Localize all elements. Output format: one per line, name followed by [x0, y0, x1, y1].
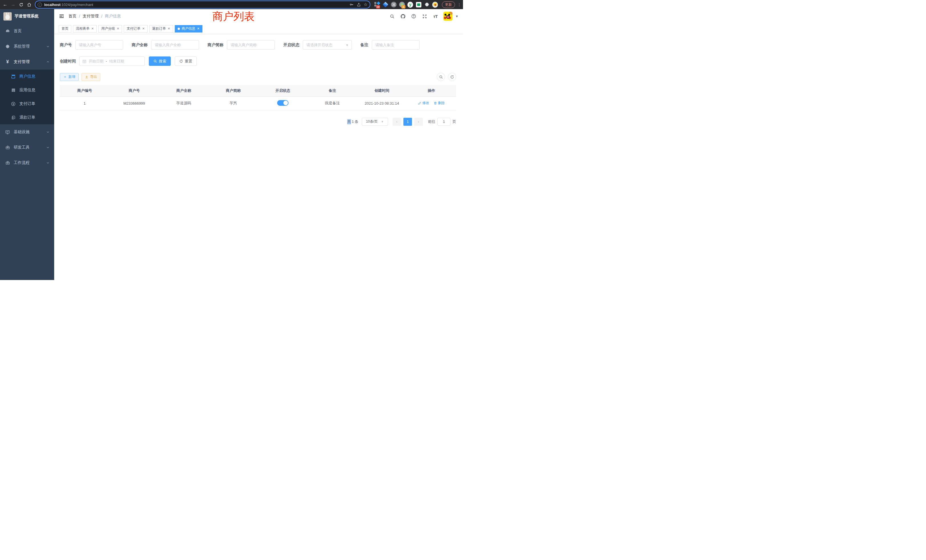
sidebar-item-pay[interactable]: ¥ 支付管理 [0, 54, 54, 70]
fullscreen-icon[interactable] [422, 14, 427, 19]
cell-short-name: 芋艿 [209, 96, 258, 110]
y-logo-extension-icon[interactable]: y [407, 2, 413, 8]
sidebar-item-app-info[interactable]: 应用信息 [0, 83, 54, 97]
short-name-input[interactable] [227, 40, 275, 50]
yen-circle-icon [11, 101, 16, 106]
browser-back-icon[interactable]: ← [2, 1, 9, 8]
user-avatar[interactable] [443, 12, 452, 21]
help-icon[interactable] [411, 14, 416, 19]
tab-user-group[interactable]: 用户分组✕ [98, 25, 122, 32]
chevron-down-icon: ▼ [345, 43, 349, 47]
delete-link[interactable]: 删除 [434, 101, 445, 106]
export-button[interactable]: 导出 [82, 73, 100, 81]
browser-reload-icon[interactable] [18, 1, 24, 8]
extension-badge: 1 [401, 5, 406, 9]
status-label: 开启状态 [283, 42, 300, 48]
close-icon[interactable]: ✕ [91, 27, 94, 30]
table-header-row: 商户编号 商户号 商户全称 商户简称 开启状态 备注 创建时间 操作 [60, 85, 456, 96]
breadcrumb: 首页 / 支付管理 / 商户信息 [68, 14, 385, 19]
col-merchant-no: 商户号 [109, 85, 159, 96]
font-size-icon[interactable]: тT [433, 14, 438, 19]
add-button[interactable]: ＋ 新增 [60, 73, 79, 81]
browser-forward-icon[interactable]: → [10, 1, 17, 8]
close-icon[interactable]: ✕ [168, 27, 170, 30]
status-select[interactable]: 请选择开启状态 ▼ [303, 40, 352, 50]
chevron-down-icon: ▼ [379, 120, 386, 123]
sidebar-item-merchant-info[interactable]: 商户信息 [0, 70, 54, 83]
breadcrumb-pay[interactable]: 支付管理 [83, 14, 98, 19]
grid-extension-icon[interactable]: 10 [374, 2, 380, 8]
cell-remark: 我是备注 [308, 96, 357, 110]
top-navbar: 首页 / 支付管理 / 商户信息 тT [54, 9, 463, 23]
sidebar-item-refund-order[interactable]: 退款订单 [0, 110, 54, 124]
search-icon[interactable] [389, 14, 395, 19]
breadcrumb-home[interactable]: 首页 [68, 14, 76, 19]
prev-page-button[interactable]: ‹ [393, 118, 401, 126]
close-icon[interactable]: ✕ [142, 27, 145, 30]
chat-extension-icon[interactable] [416, 2, 421, 8]
merchant-no-label: 商户号 [60, 42, 72, 48]
reset-button[interactable]: 重置 [175, 56, 197, 66]
page-size-select[interactable]: 10条/页 ▼ [362, 118, 388, 126]
tab-merchant-info[interactable]: 商户信息✕ [175, 25, 203, 32]
status-toggle[interactable] [277, 100, 289, 106]
tab-pay-order[interactable]: 支付订单✕ [124, 25, 147, 32]
toggle-search-button[interactable] [437, 73, 445, 81]
cell-create-time: 2021-10-23 08:31:14 [357, 96, 407, 110]
sidebar-item-dev-tools[interactable]: 研发工具 [0, 140, 54, 155]
plus-icon: ＋ [63, 74, 67, 79]
merchant-table: 商户编号 商户号 商户全称 商户简称 开启状态 备注 创建时间 操作 1 M23… [60, 85, 456, 110]
password-key-icon[interactable] [349, 2, 354, 7]
page-suffix: 页 [452, 119, 456, 124]
close-icon[interactable]: ✕ [117, 27, 119, 30]
sidebar-item-workflow[interactable]: 工作流程 [0, 155, 54, 171]
search-button[interactable]: 搜索 [149, 56, 171, 66]
sidebar-item-infra[interactable]: 基础设施 [0, 124, 54, 140]
sidebar-item-system[interactable]: 系统管理 [0, 39, 54, 54]
share-icon[interactable] [357, 3, 361, 7]
col-status: 开启状态 [258, 85, 308, 96]
bookmark-star-icon[interactable]: ☆ [364, 2, 368, 7]
goto-page-input[interactable] [437, 118, 451, 126]
active-dot [178, 28, 180, 30]
merchant-no-input[interactable] [75, 40, 123, 50]
tab-home[interactable]: 首页 [59, 25, 71, 32]
puzzle-extensions-icon[interactable] [424, 2, 430, 8]
page-content: 商户号 商户全称 商户简称 开启状态 请选择开启状态 ▼ [54, 34, 463, 126]
sidebar-fold-icon[interactable] [59, 14, 64, 19]
create-time-range-picker[interactable]: 开始日期 - 结束日期 [79, 56, 145, 66]
document-copy-icon [11, 115, 16, 120]
remark-input[interactable] [372, 40, 420, 50]
browser-update-button[interactable]: 更新 [442, 2, 455, 8]
avatar-caret-icon[interactable]: ▼ [455, 15, 458, 18]
tab-process-form[interactable]: 流程表单✕ [73, 25, 97, 32]
command-extension-icon[interactable]: ⌘ [391, 2, 396, 8]
github-icon[interactable] [400, 14, 406, 19]
edit-link[interactable]: 修改 [418, 101, 429, 106]
page-number-1[interactable]: 1 [403, 118, 412, 126]
next-page-button[interactable]: › [414, 118, 423, 126]
blue-gem-extension-icon[interactable] [383, 2, 388, 8]
breadcrumb-current: 商户信息 [105, 14, 121, 19]
pagination: 共 1 条 10条/页 ▼ ‹ 1 › 前往 页 [60, 118, 456, 126]
browser-home-icon[interactable] [26, 1, 32, 8]
tab-refund-order[interactable]: 退款订单✕ [150, 25, 173, 32]
merchant-name-input[interactable] [151, 40, 199, 50]
site-info-icon[interactable]: i [38, 3, 42, 7]
extension-tray: 10 ⌘ 1 y [373, 2, 440, 8]
app-logo[interactable]: 芋道管理系统 [0, 9, 54, 23]
sidebar-item-pay-order[interactable]: 支付订单 [0, 97, 54, 110]
close-icon[interactable]: ✕ [197, 27, 200, 30]
briefcase-icon [5, 160, 10, 165]
sidebar-item-home[interactable]: 首页 [0, 23, 54, 39]
browser-profile-avatar[interactable] [432, 2, 438, 8]
refresh-button[interactable] [448, 73, 456, 81]
calendar-icon [82, 59, 86, 63]
col-merchant-id: 商户编号 [60, 85, 109, 96]
col-short-name: 商户简称 [209, 85, 258, 96]
col-create-time: 创建时间 [357, 85, 407, 96]
recorder-extension-icon[interactable]: 1 [399, 2, 405, 8]
address-bar[interactable]: i localhost:1024/pay/merchant ☆ [35, 1, 370, 8]
cell-merchant-id: 1 [60, 96, 109, 110]
browser-menu-icon[interactable]: ⋮ [457, 2, 461, 7]
